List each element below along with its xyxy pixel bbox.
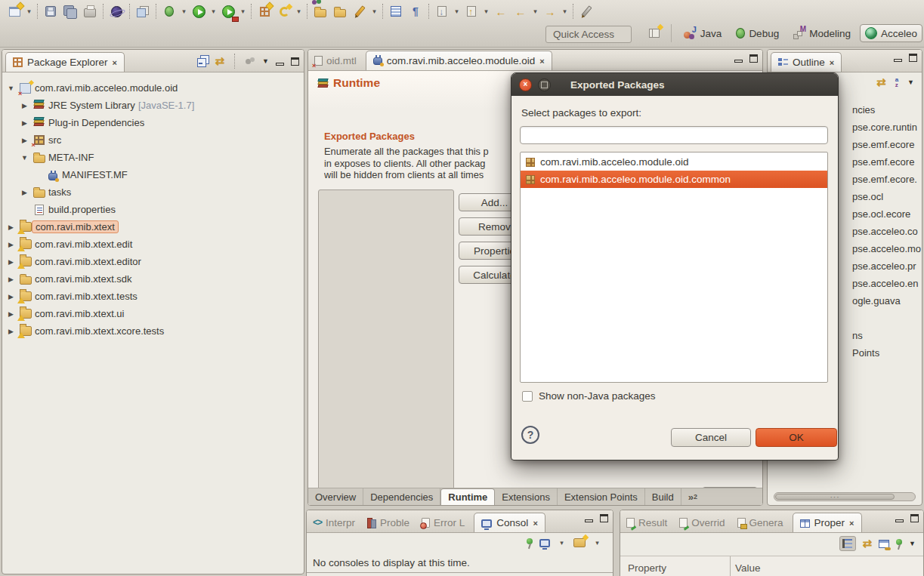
debug-dropdown-icon[interactable]: ▾ — [179, 8, 189, 15]
editor-tab-manifest[interactable]: com.ravi.mib.acceleo.module.oid × — [366, 51, 552, 70]
tab-package-explorer[interactable]: Package Explorer × — [5, 52, 125, 72]
minimize-icon[interactable] — [895, 519, 904, 522]
expand-arrow-icon[interactable]: ▶ — [6, 241, 16, 248]
display-console-dropdown-icon[interactable]: ▾ — [557, 539, 567, 547]
save-button[interactable] — [41, 2, 60, 20]
tree-item-selected[interactable]: ▶com.ravi.mib.xtext — [2, 218, 304, 236]
maximize-icon[interactable] — [291, 57, 299, 66]
show-non-java-checkbox[interactable] — [522, 391, 533, 402]
help-button[interactable]: ? — [521, 426, 539, 444]
open-type-button[interactable] — [311, 2, 330, 20]
exported-packages-list[interactable] — [318, 189, 454, 490]
open-console-icon[interactable] — [573, 538, 586, 547]
expand-arrow-icon[interactable]: ▶ — [20, 189, 29, 196]
save-as-copy-button[interactable] — [133, 2, 153, 20]
sort-icon[interactable]: az — [895, 77, 898, 88]
tree-item[interactable]: ▶tasks — [2, 183, 304, 201]
back-button[interactable]: ← — [511, 2, 530, 20]
column-header-value[interactable]: Value — [735, 562, 761, 574]
forward-dropdown-icon[interactable]: ▾ — [560, 8, 570, 15]
tree-item[interactable]: ▶Plug-in Dependencies — [2, 114, 304, 131]
focus-task-icon[interactable] — [245, 57, 255, 66]
tab-extensions[interactable]: Extensions — [495, 488, 558, 505]
package-list-item[interactable]: com.ravi.mib.acceleo.module.oid — [521, 153, 827, 171]
next-annotation-dropdown-icon[interactable]: ▾ — [452, 8, 462, 15]
tab-build[interactable]: Build — [645, 488, 681, 505]
previous-annotation-dropdown-icon[interactable]: ▾ — [481, 8, 491, 15]
editor-tab-oid-mtl[interactable]: oid.mtl — [308, 51, 363, 70]
expand-arrow-icon[interactable]: ▶ — [6, 276, 16, 283]
cancel-button[interactable]: Cancel — [671, 428, 751, 447]
tree-item[interactable]: MANIFEST.MF — [2, 166, 304, 183]
close-icon[interactable]: × — [830, 58, 834, 67]
tab-dependencies[interactable]: Dependencies — [363, 488, 440, 505]
tree-item[interactable]: ▶JRE System Library[JavaSE-1.7] — [2, 97, 304, 114]
perspective-modeling[interactable]: Modeling — [788, 24, 856, 42]
expand-arrow-icon[interactable]: ▶ — [20, 102, 29, 109]
view-menu-icon[interactable]: ▼ — [909, 540, 916, 547]
tree-item[interactable]: ▼META-INF — [2, 149, 304, 166]
tab-interpreter[interactable]: <> Interpr — [307, 513, 361, 532]
dialog-titlebar[interactable]: × Exported Packages — [511, 73, 838, 96]
window-close-button[interactable]: × — [519, 79, 532, 91]
marker-dropdown-icon[interactable]: ▾ — [369, 8, 379, 15]
debug-button[interactable] — [159, 2, 179, 20]
tree-item[interactable]: ▶com.ravi.mib.xtext.editor — [2, 253, 304, 270]
tab-overrides[interactable]: Overrid — [673, 513, 731, 532]
package-filter-input[interactable] — [520, 126, 828, 144]
back-dropdown-icon[interactable]: ▾ — [530, 8, 540, 15]
open-perspective-button[interactable] — [644, 24, 664, 42]
outline-horizontal-scrollbar[interactable]: ··· — [774, 492, 916, 501]
expand-arrow-icon[interactable]: ▶ — [20, 119, 29, 127]
tab-outline[interactable]: Outline × — [771, 52, 842, 72]
minimize-icon[interactable] — [276, 63, 284, 66]
tree-item[interactable]: ▶com.ravi.mib.xtext.tests — [2, 288, 304, 305]
tree-item[interactable]: build.properties — [2, 201, 304, 218]
tree-item[interactable]: ▶com.ravi.mib.xtext.sdk — [2, 270, 304, 288]
expand-arrow-icon[interactable]: ▶ — [6, 328, 16, 335]
show-whitespace-button[interactable]: ¶ — [406, 2, 425, 20]
block-selection-button[interactable] — [386, 2, 406, 20]
collapse-all-icon[interactable] — [197, 56, 209, 67]
perspective-debug[interactable]: Debug — [731, 25, 784, 42]
new-plugin-project-button[interactable] — [255, 2, 274, 20]
close-icon[interactable]: × — [113, 58, 117, 67]
close-icon[interactable]: × — [533, 519, 537, 528]
mark-occurrences-pen-icon[interactable] — [576, 2, 596, 20]
expand-arrow-icon[interactable]: ▶ — [6, 310, 16, 318]
new-wizard-button[interactable] — [5, 2, 24, 20]
expand-arrow-icon[interactable]: ▶ — [6, 258, 16, 266]
run-button[interactable] — [189, 2, 209, 20]
open-resource-button[interactable] — [330, 2, 350, 20]
collapse-arrow-icon[interactable]: ▼ — [6, 85, 16, 92]
last-edit-location-button[interactable]: ← — [491, 2, 511, 20]
ok-button[interactable]: OK — [756, 428, 837, 447]
tab-overview[interactable]: Overview — [308, 488, 363, 505]
minimize-icon[interactable] — [734, 60, 743, 63]
tab-extension-points[interactable]: Extension Points — [558, 488, 645, 505]
tab-console[interactable]: Consol × — [474, 513, 545, 532]
show-categories-icon[interactable]: ⇄ — [863, 539, 873, 548]
pin-console-icon[interactable] — [527, 538, 533, 544]
pin-property-icon[interactable] — [896, 539, 902, 545]
minimize-icon[interactable] — [894, 59, 902, 62]
maximize-icon[interactable] — [749, 54, 758, 63]
run-dropdown-icon[interactable]: ▾ — [209, 8, 218, 15]
next-annotation-button[interactable]: ↓ — [432, 2, 452, 20]
scrollbar-thumb[interactable]: ··· — [775, 494, 895, 500]
tab-error-log[interactable]: Error L — [416, 513, 471, 532]
tab-problems[interactable]: Proble — [361, 513, 416, 532]
show-tree-toggle[interactable] — [839, 536, 856, 551]
tab-result[interactable]: Result — [620, 513, 673, 532]
tab-overflow-chevron[interactable]: »2 — [681, 488, 704, 505]
tree-item[interactable]: ▼com.ravi.mib.acceleo.module.oid — [2, 79, 304, 97]
toggle-mark-occurrences-button[interactable] — [350, 2, 369, 20]
maximize-icon[interactable] — [909, 54, 917, 62]
external-tools-button[interactable] — [218, 2, 238, 20]
tree-item[interactable]: ▶com.ravi.mib.xtext.ui — [2, 305, 304, 322]
new-dropdown-icon[interactable]: ▾ — [24, 8, 34, 15]
link-with-editor-icon[interactable]: ⇄ — [876, 78, 886, 87]
expand-arrow-icon[interactable]: ▶ — [20, 137, 29, 144]
close-icon[interactable]: × — [849, 519, 854, 528]
expand-arrow-icon[interactable]: ▶ — [6, 223, 16, 231]
